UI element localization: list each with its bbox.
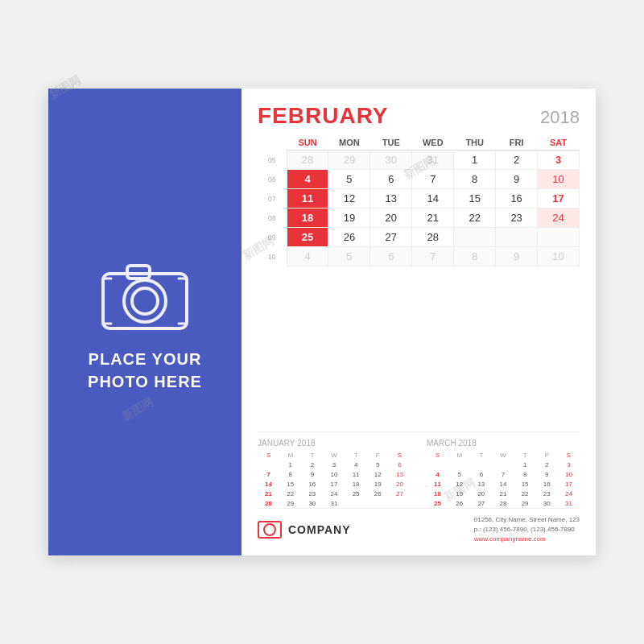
col-tue: TUE xyxy=(370,135,412,151)
main-calendar: SUN MON TUE WED THU FRI SAT 05 28 29 xyxy=(258,135,580,425)
mini-day: 19 xyxy=(448,489,470,498)
calendar-card: PLACE YOURPHOTO HERE FEBRUARY 2018 SUN M… xyxy=(48,89,596,555)
calendar-day: 27 xyxy=(370,228,412,247)
mini-day: 26 xyxy=(367,489,389,498)
mini-col-f: F xyxy=(367,451,389,460)
mini-day: 11 xyxy=(427,479,448,489)
mini-day: 22 xyxy=(279,489,301,498)
calendar-day: 19 xyxy=(328,208,370,228)
mini-day: 3 xyxy=(558,460,580,469)
mini-col-t2: T xyxy=(345,451,367,460)
mini-day xyxy=(448,460,470,469)
year-title: 2018 xyxy=(540,107,580,128)
mini-day: 4 xyxy=(427,469,448,479)
week-num: 09 xyxy=(258,228,287,247)
mini-day: 4 xyxy=(345,460,367,469)
calendar-day: 4 xyxy=(287,170,328,189)
calendar-day: 10 xyxy=(538,247,580,266)
mini-header-row: S M T W T F S xyxy=(258,451,411,460)
mini-day: 15 xyxy=(279,479,301,489)
mini-day: 12 xyxy=(367,469,389,479)
calendar-day: 21 xyxy=(412,208,454,228)
svg-point-3 xyxy=(132,288,158,314)
calendar-day xyxy=(454,228,496,247)
table-row: 05 28 29 30 31 1 2 3 xyxy=(258,151,580,170)
list-item: 14151617181920 xyxy=(258,479,411,489)
mini-mar-title: MARCH 2018 xyxy=(427,439,580,448)
table-row: 08 18 19 20 21 22 23 24 xyxy=(258,208,580,228)
mini-day xyxy=(258,460,279,469)
mini-day: 25 xyxy=(427,498,448,508)
svg-point-2 xyxy=(124,280,166,322)
calendar-day: 12 xyxy=(328,189,370,208)
mini-day: 23 xyxy=(301,489,323,498)
mini-day xyxy=(345,498,367,508)
mini-day: 14 xyxy=(492,479,514,489)
photo-placeholder-text: PLACE YOURPHOTO HERE xyxy=(88,348,202,393)
mini-day: 28 xyxy=(258,498,279,508)
left-panel: PLACE YOURPHOTO HERE xyxy=(48,89,242,555)
mini-day: 31 xyxy=(323,498,345,508)
list-item: 123 xyxy=(427,460,580,469)
calendar-day: 28 xyxy=(287,151,328,170)
mini-col-s2: S xyxy=(558,451,580,460)
calendar-day: 20 xyxy=(370,208,412,228)
mini-day: 20 xyxy=(389,479,411,489)
col-sun: SUN xyxy=(287,135,328,151)
calendar-header: FEBRUARY 2018 xyxy=(258,103,580,129)
calendar-day: 5 xyxy=(328,247,370,266)
calendar-table: SUN MON TUE WED THU FRI SAT 05 28 29 xyxy=(258,135,580,266)
list-item: 28293031 xyxy=(258,498,411,508)
svg-rect-0 xyxy=(103,274,187,328)
calendar-day: 25 xyxy=(287,228,328,247)
calendar-day: 31 xyxy=(412,151,454,170)
company-info: 01256, City Name, Street Name, 123 p.: (… xyxy=(474,515,580,544)
mini-col-s: S xyxy=(427,451,448,460)
col-wed: WED xyxy=(412,135,454,151)
calendar-day: 9 xyxy=(496,247,538,266)
mini-jan-title: JANUARY 2018 xyxy=(258,439,411,448)
calendar-day xyxy=(496,228,538,247)
mini-day: 13 xyxy=(470,479,492,489)
mini-col-m: M xyxy=(448,451,470,460)
calendar-header-row: SUN MON TUE WED THU FRI SAT xyxy=(258,135,580,151)
calendar-day: 24 xyxy=(538,208,580,228)
mini-col-w: W xyxy=(323,451,345,460)
calendar-day: 11 xyxy=(287,189,328,208)
mini-day: 21 xyxy=(492,489,514,498)
calendar-day: 10 xyxy=(538,170,580,189)
calendar-day: 18 xyxy=(287,208,328,228)
mini-day: 12 xyxy=(448,479,470,489)
col-mon: MON xyxy=(328,135,370,151)
mini-day: 18 xyxy=(345,479,367,489)
mini-col-f: F xyxy=(536,451,558,460)
table-row: 10 4 5 6 7 8 9 10 xyxy=(258,247,580,266)
calendar-day: 8 xyxy=(454,170,496,189)
mini-day: 2 xyxy=(301,460,323,469)
mini-day: 16 xyxy=(301,479,323,489)
calendar-day: 6 xyxy=(370,170,412,189)
table-row: 09 25 26 27 28 xyxy=(258,228,580,247)
calendar-day: 8 xyxy=(454,247,496,266)
mini-col-m: M xyxy=(279,451,301,460)
calendar-day: 6 xyxy=(370,247,412,266)
mini-day: 1 xyxy=(279,460,301,469)
company-website: www.companyname.com xyxy=(474,535,580,544)
company-website-link[interactable]: www.companyname.com xyxy=(474,535,546,543)
week-col-header xyxy=(258,135,287,151)
list-item: 78910111213 xyxy=(258,469,411,479)
mini-day: 30 xyxy=(301,498,323,508)
company-name: COMPANY xyxy=(288,523,351,536)
mini-day: 1 xyxy=(514,460,536,469)
calendar-day: 22 xyxy=(454,208,496,228)
mini-day: 10 xyxy=(323,469,345,479)
mini-day: 7 xyxy=(492,469,514,479)
mini-col-t: T xyxy=(470,451,492,460)
calendar-day: 26 xyxy=(328,228,370,247)
table-row: 07 11 12 13 14 15 16 17 xyxy=(258,189,580,208)
mini-day: 31 xyxy=(558,498,580,508)
mini-day: 2 xyxy=(536,460,558,469)
mini-day: 24 xyxy=(558,489,580,498)
mini-day: 17 xyxy=(558,479,580,489)
week-num: 06 xyxy=(258,170,287,189)
